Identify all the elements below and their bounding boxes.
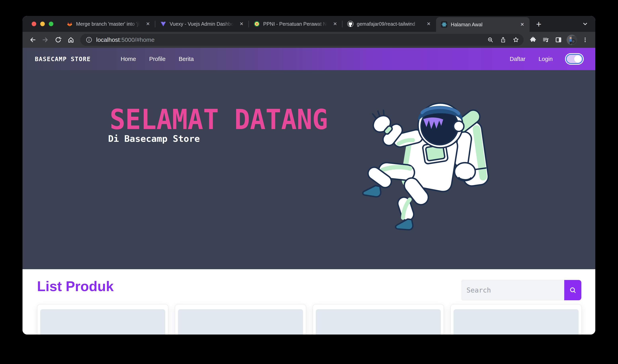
product-card[interactable] bbox=[37, 304, 168, 335]
zoom-out-icon[interactable] bbox=[485, 35, 495, 45]
forward-icon[interactable] bbox=[40, 34, 51, 46]
side-panel-icon[interactable] bbox=[553, 34, 564, 46]
url-text[interactable]: localhost:5000/#home bbox=[96, 37, 483, 43]
minimize-window-button[interactable] bbox=[40, 22, 45, 26]
site-navbar: BASECAMP STORE Home Profile Berita Dafta… bbox=[23, 48, 595, 70]
tab-halaman-awal-active[interactable]: Halaman Awal ✕ bbox=[436, 17, 530, 32]
hero-subtitle: Di Basecamp Store bbox=[108, 134, 200, 143]
tab-github[interactable]: gemafajar09/react-tailwind ✕ bbox=[342, 16, 436, 32]
close-tab-icon[interactable]: ✕ bbox=[425, 21, 432, 27]
close-tab-icon[interactable]: ✕ bbox=[332, 21, 338, 27]
search-icon bbox=[569, 286, 577, 294]
tab-ppni[interactable]: PPNI - Persatuan Perawat Nasi ✕ bbox=[249, 16, 342, 32]
nav-link-profile[interactable]: Profile bbox=[149, 56, 166, 62]
tab-strip: Merge branch 'master' into 'jih ✕ Vuexy … bbox=[23, 16, 595, 32]
product-card-grid bbox=[37, 304, 582, 335]
tab-vuexy[interactable]: Vuexy - Vuejs Admin Dashboar ✕ bbox=[155, 16, 249, 32]
vuexy-icon bbox=[160, 21, 167, 27]
tab-title: Merge branch 'master' into 'jih bbox=[76, 21, 141, 27]
close-tab-icon[interactable]: ✕ bbox=[144, 21, 151, 27]
reload-icon[interactable] bbox=[52, 34, 64, 46]
tab-title: Vuexy - Vuejs Admin Dashboar bbox=[170, 21, 235, 27]
product-image-placeholder bbox=[178, 309, 303, 335]
nav-actions: Daftar Login bbox=[510, 54, 583, 64]
browser-menu-kebab-icon[interactable] bbox=[579, 34, 591, 46]
react-icon bbox=[441, 21, 448, 28]
list-produk-heading: List Produk bbox=[37, 278, 114, 294]
product-image-placeholder bbox=[316, 309, 441, 335]
product-image-placeholder bbox=[40, 309, 165, 335]
close-tab-icon[interactable]: ✕ bbox=[238, 21, 245, 27]
tab-title: Halaman Awal bbox=[451, 22, 516, 27]
browser-window: Merge branch 'master' into 'jih ✕ Vuexy … bbox=[23, 16, 595, 335]
search-button[interactable] bbox=[564, 280, 581, 300]
nav-link-berita[interactable]: Berita bbox=[179, 56, 194, 62]
close-tab-icon[interactable]: ✕ bbox=[519, 21, 526, 28]
product-card[interactable] bbox=[175, 304, 306, 335]
gitlab-icon bbox=[66, 21, 73, 27]
nav-links: Home Profile Berita bbox=[121, 56, 194, 62]
tabs: Merge branch 'master' into 'jih ✕ Vuexy … bbox=[62, 16, 544, 32]
back-icon[interactable] bbox=[27, 34, 39, 46]
macos-window-controls bbox=[32, 22, 53, 26]
bookmark-star-icon[interactable] bbox=[511, 35, 521, 45]
close-window-button[interactable] bbox=[32, 22, 36, 26]
github-icon bbox=[347, 21, 354, 27]
home-icon[interactable] bbox=[65, 34, 77, 46]
login-link[interactable]: Login bbox=[539, 56, 553, 62]
brand-logo[interactable]: BASECAMP STORE bbox=[35, 55, 91, 63]
new-tab-button[interactable]: + bbox=[533, 18, 544, 30]
tab-search-chevron-icon[interactable] bbox=[582, 21, 589, 27]
media-controls-icon[interactable] bbox=[540, 34, 552, 46]
product-card[interactable] bbox=[450, 304, 582, 335]
theme-toggle[interactable] bbox=[566, 54, 583, 64]
zoom-window-button[interactable] bbox=[49, 22, 53, 26]
theme-toggle-knob bbox=[574, 55, 581, 63]
site-info-icon[interactable] bbox=[85, 36, 93, 44]
search-input[interactable] bbox=[462, 280, 564, 300]
product-searchbar bbox=[462, 280, 581, 300]
share-icon[interactable] bbox=[498, 35, 508, 45]
address-bar[interactable]: localhost:5000/#home bbox=[80, 34, 524, 46]
hero-section: SELAMAT DATANG Di Basecamp Store bbox=[23, 70, 595, 269]
hero-title: SELAMAT DATANG bbox=[110, 105, 328, 133]
product-image-placeholder bbox=[453, 309, 579, 335]
page-content: BASECAMP STORE Home Profile Berita Dafta… bbox=[23, 48, 595, 335]
ppni-icon bbox=[254, 21, 260, 27]
extensions-puzzle-icon[interactable] bbox=[527, 34, 539, 46]
tab-title: PPNI - Persatuan Perawat Nasi bbox=[263, 21, 329, 27]
tab-gitlab-merge[interactable]: Merge branch 'master' into 'jih ✕ bbox=[62, 16, 155, 32]
browser-toolbar: localhost:5000/#home bbox=[23, 32, 595, 48]
products-section: List Produk bbox=[23, 269, 595, 335]
profile-avatar[interactable] bbox=[567, 35, 577, 45]
astronaut-illustration bbox=[356, 92, 492, 231]
nav-link-home[interactable]: Home bbox=[121, 56, 136, 62]
tab-title: gemafajar09/react-tailwind bbox=[357, 21, 422, 27]
product-card[interactable] bbox=[313, 304, 444, 335]
daftar-link[interactable]: Daftar bbox=[510, 56, 525, 62]
